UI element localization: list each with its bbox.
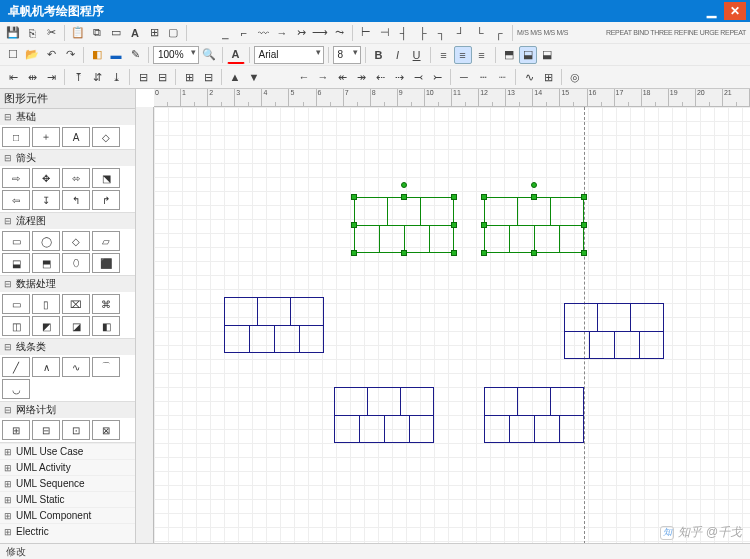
diagram-block[interactable] (354, 197, 454, 253)
shape-stencil[interactable]: ⊠ (92, 420, 120, 440)
conn7-icon[interactable]: └ (471, 24, 489, 42)
shape-stencil[interactable]: ⊞ (2, 420, 30, 440)
diagram-block[interactable] (334, 387, 434, 443)
head7-icon[interactable]: ⤙ (409, 68, 427, 86)
conn1-icon[interactable]: ⊢ (357, 24, 375, 42)
cut-icon[interactable]: ✂ (42, 24, 60, 42)
align-left-icon[interactable]: ≡ (435, 46, 453, 64)
image-icon[interactable]: ⊞ (145, 24, 163, 42)
shape-stencil[interactable]: ◇ (92, 127, 120, 147)
diagram-block[interactable] (224, 297, 324, 353)
zigzag-icon[interactable]: ∿ (520, 68, 538, 86)
line-tool-icon[interactable]: ⎯ (216, 24, 234, 42)
shape-stencil[interactable]: ▯ (32, 294, 60, 314)
head5-icon[interactable]: ⇠ (371, 68, 389, 86)
delete-icon[interactable]: ▭ (107, 24, 125, 42)
curve-icon[interactable]: 〰 (254, 24, 272, 42)
selection-handle[interactable] (451, 250, 457, 256)
head6-icon[interactable]: ⇢ (390, 68, 408, 86)
duplicate-icon[interactable]: ⧉ (88, 24, 106, 42)
align-m-icon[interactable]: ⇵ (88, 68, 106, 86)
selection-handle[interactable] (481, 194, 487, 200)
shape-stencil[interactable]: ⊟ (32, 420, 60, 440)
arrow1-icon[interactable]: → (273, 24, 291, 42)
align-c-icon[interactable]: ⇹ (23, 68, 41, 86)
dist-v-icon[interactable]: ⊟ (153, 68, 171, 86)
shape-stencil[interactable]: ⬯ (62, 253, 90, 273)
diagram-block[interactable] (484, 197, 584, 253)
shape-stencil[interactable]: ◡ (2, 379, 30, 399)
selection-handle[interactable] (531, 182, 537, 188)
category-header[interactable]: 流程图 (0, 213, 135, 229)
arrow2-icon[interactable]: ↣ (292, 24, 310, 42)
shape-stencil[interactable]: ∿ (62, 357, 90, 377)
textcolor-icon[interactable]: A (227, 46, 245, 64)
valign-bot-icon[interactable]: ⬓ (538, 46, 556, 64)
valign-top-icon[interactable]: ⬒ (500, 46, 518, 64)
close-button[interactable]: ✕ (724, 2, 746, 20)
save-icon[interactable]: 💾 (4, 24, 22, 42)
category-collapsed[interactable]: UML Component (0, 507, 135, 523)
shape-stencil[interactable]: ⬔ (92, 168, 120, 188)
conn6-icon[interactable]: ┘ (452, 24, 470, 42)
shape-stencil[interactable]: ↧ (32, 190, 60, 210)
italic-icon[interactable]: I (389, 46, 407, 64)
shape-stencil[interactable]: ╱ (2, 357, 30, 377)
valign-mid-icon[interactable]: ⬓ (519, 46, 537, 64)
shape-stencil[interactable]: ⌒ (92, 357, 120, 377)
shape-stencil[interactable]: ⬓ (2, 253, 30, 273)
shape-stencil[interactable]: ＋ (32, 127, 60, 147)
shape-stencil[interactable]: ⌘ (92, 294, 120, 314)
selection-handle[interactable] (581, 250, 587, 256)
conn5-icon[interactable]: ┐ (433, 24, 451, 42)
drawing-canvas[interactable] (154, 107, 750, 544)
selection-handle[interactable] (481, 222, 487, 228)
arrow4-icon[interactable]: ⤳ (330, 24, 348, 42)
target-icon[interactable]: ◎ (566, 68, 584, 86)
align-t-icon[interactable]: ⤒ (69, 68, 87, 86)
shape-stencil[interactable]: ✥ (32, 168, 60, 188)
shape-stencil[interactable]: ▭ (2, 294, 30, 314)
font-combo[interactable]: Arial (254, 46, 324, 64)
align-r-icon[interactable]: ⇥ (42, 68, 60, 86)
text-tool-icon[interactable]: A (126, 24, 144, 42)
selection-handle[interactable] (531, 250, 537, 256)
shape-stencil[interactable]: ∧ (32, 357, 60, 377)
category-header[interactable]: 基础 (0, 109, 135, 125)
head2-icon[interactable]: → (314, 68, 332, 86)
arrow3-icon[interactable]: ⟶ (311, 24, 329, 42)
ungroup-icon[interactable]: ⊟ (199, 68, 217, 86)
conn3-icon[interactable]: ┤ (395, 24, 413, 42)
minimize-button[interactable]: ▁ (700, 2, 722, 20)
selection-handle[interactable] (451, 222, 457, 228)
selection-handle[interactable] (401, 182, 407, 188)
head3-icon[interactable]: ↞ (333, 68, 351, 86)
shape-stencil[interactable]: ▱ (92, 231, 120, 251)
shape-stencil[interactable]: ▭ (2, 231, 30, 251)
shape-stencil[interactable]: ◪ (62, 316, 90, 336)
align-center-icon[interactable]: ≡ (454, 46, 472, 64)
open-icon[interactable]: 📂 (23, 46, 41, 64)
shape-stencil[interactable]: ↱ (92, 190, 120, 210)
linestyle2-icon[interactable]: ┄ (474, 68, 492, 86)
category-collapsed[interactable]: UML Activity (0, 459, 135, 475)
shape-stencil[interactable]: ◫ (2, 316, 30, 336)
category-collapsed[interactable]: UML Static (0, 491, 135, 507)
category-header[interactable]: 数据处理 (0, 276, 135, 292)
diagram-block[interactable] (564, 303, 664, 359)
selection-handle[interactable] (351, 250, 357, 256)
align-l-icon[interactable]: ⇤ (4, 68, 22, 86)
category-header[interactable]: 网络计划 (0, 402, 135, 418)
head8-icon[interactable]: ⤚ (428, 68, 446, 86)
shape-stencil[interactable]: ⇦ (2, 190, 30, 210)
undo-icon[interactable]: ↶ (42, 46, 60, 64)
shape-stencil[interactable]: ⌧ (62, 294, 90, 314)
grid-icon[interactable]: ⊞ (539, 68, 557, 86)
conn4-icon[interactable]: ├ (414, 24, 432, 42)
selection-handle[interactable] (401, 194, 407, 200)
dist-h-icon[interactable]: ⊟ (134, 68, 152, 86)
shape-stencil[interactable]: ⇨ (2, 168, 30, 188)
conn8-icon[interactable]: ┌ (490, 24, 508, 42)
head1-icon[interactable]: ← (295, 68, 313, 86)
underline-icon[interactable]: U (408, 46, 426, 64)
